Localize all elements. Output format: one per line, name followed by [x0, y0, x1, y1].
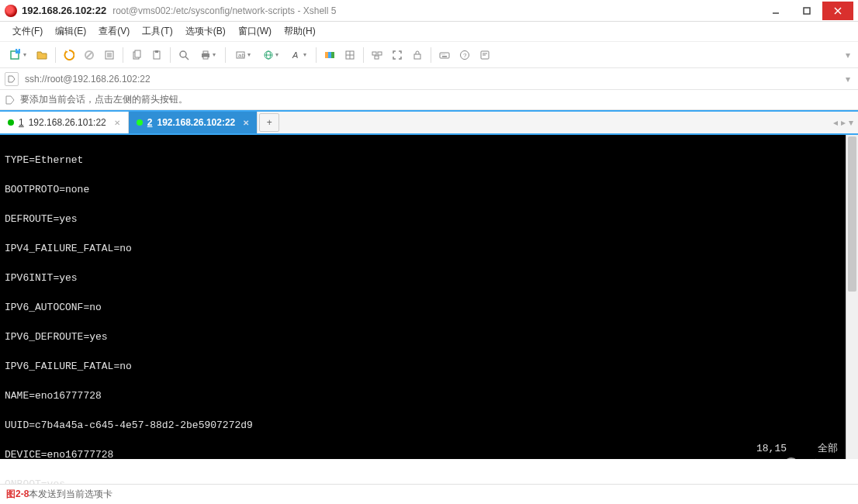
svg-rect-1	[804, 8, 810, 14]
terminal[interactable]: TYPE=Ethernet BOOTPROTO=none DEFROUTE=ye…	[0, 135, 846, 459]
cursor-position: 18,15	[756, 441, 787, 456]
new-session-button[interactable]: ▾	[5, 46, 31, 64]
toolbar-separator	[363, 47, 364, 63]
svg-point-18	[180, 51, 186, 57]
svg-point-40	[441, 54, 442, 54]
watermark-icon	[784, 457, 799, 473]
svg-rect-31	[331, 52, 334, 58]
close-button[interactable]	[822, 2, 853, 20]
svg-line-19	[185, 57, 189, 60]
terminal-line: IPV6_FAILURE_FATAL=no	[5, 359, 841, 374]
status-text: 本发送到当前选项卡	[29, 488, 112, 501]
svg-rect-21	[203, 51, 208, 54]
window-controls	[760, 2, 853, 20]
status-dot-icon	[137, 119, 143, 126]
chevron-down-icon: ▾	[23, 51, 26, 58]
tab-close-icon[interactable]: ✕	[243, 119, 249, 127]
lock-button[interactable]	[408, 46, 427, 64]
terminal-line: DEFROUTE=yes	[5, 212, 841, 226]
script-button[interactable]	[476, 46, 494, 64]
chevron-down-icon: ▾	[303, 51, 306, 58]
terminal-line: IPV6INIT=yes	[5, 271, 841, 285]
tab-list-button[interactable]: ▾	[849, 117, 853, 128]
go-button[interactable]	[5, 72, 19, 86]
tab-label: 192.168.26.102:22	[157, 117, 235, 128]
terminal-line: BOOTPROTO=none	[5, 182, 841, 197]
fullscreen-button[interactable]	[388, 46, 407, 64]
toolbar-separator	[225, 47, 226, 63]
toolbar-separator	[316, 47, 317, 63]
hint-bar: 要添加当前会话，点击左侧的箭头按钮。	[0, 90, 858, 110]
window-title: 192.168.26.102:22	[22, 5, 106, 16]
tab-prev-button[interactable]: ◂	[833, 117, 838, 128]
color-scheme-button[interactable]	[320, 46, 339, 64]
disconnect-button[interactable]	[80, 46, 99, 64]
svg-text:A: A	[292, 50, 298, 60]
minimize-button[interactable]	[760, 2, 791, 20]
terminal-line: DEVICE=eno16777728	[5, 447, 841, 462]
paste-button[interactable]	[147, 46, 166, 64]
new-tab-button[interactable]: +	[259, 113, 279, 132]
terminal-line: IPV4_FAILURE_FATAL=no	[5, 241, 841, 256]
language-button[interactable]: ▾	[258, 46, 284, 64]
svg-rect-38	[414, 54, 420, 59]
keyboard-button[interactable]	[435, 46, 454, 64]
menu-window[interactable]: 窗口(W)	[232, 22, 278, 40]
toolbar-separator	[55, 47, 56, 63]
terminal-line: IPV6_DEFROUTE=yes	[5, 330, 841, 344]
arrow-icon[interactable]	[5, 95, 16, 105]
menubar: 文件(F) 编辑(E) 查看(V) 工具(T) 选项卡(B) 窗口(W) 帮助(…	[0, 22, 858, 42]
terminal-line: UUID=c7b4a45a-c645-4e57-88d2-2be5907272d…	[5, 418, 841, 433]
menu-help[interactable]: 帮助(H)	[278, 22, 322, 40]
menu-edit[interactable]: 编辑(E)	[49, 22, 92, 40]
toolbar-separator	[431, 47, 431, 63]
svg-rect-37	[375, 56, 379, 59]
svg-text:ab: ab	[238, 52, 245, 59]
print-button[interactable]: ▾	[195, 46, 221, 64]
copy-button[interactable]	[127, 46, 146, 64]
toolbar-overflow[interactable]: ▾	[842, 50, 853, 60]
session-tab-1[interactable]: 1 192.168.26.101:22 ✕	[0, 112, 129, 133]
address-input[interactable]: ssh://root@192.168.26.102:22	[22, 72, 839, 86]
menu-tools[interactable]: 工具(T)	[136, 22, 178, 40]
hint-text: 要添加当前会话，点击左侧的箭头按钮。	[20, 93, 188, 106]
toolbar-separator	[123, 47, 123, 63]
help-button[interactable]: ?	[455, 46, 474, 64]
broadcast-button[interactable]	[368, 46, 386, 64]
svg-point-42	[445, 54, 445, 54]
properties-button[interactable]	[100, 46, 119, 64]
chevron-down-icon: ▾	[275, 51, 279, 58]
tab-next-button[interactable]: ▸	[841, 117, 846, 128]
open-button[interactable]	[33, 46, 51, 64]
scrollbar-thumb[interactable]	[848, 136, 856, 292]
toolbar: ▾ ▾ ab ▾ ▾ A ▾	[0, 42, 858, 68]
tab-close-icon[interactable]: ✕	[114, 119, 120, 127]
find-button[interactable]	[175, 46, 193, 64]
menu-tabs[interactable]: 选项卡(B)	[179, 22, 232, 40]
scrollbar[interactable]	[846, 135, 858, 459]
layout-button[interactable]	[341, 46, 359, 64]
reconnect-button[interactable]	[60, 46, 78, 64]
window-subtitle: root@vms002:/etc/sysconfig/network-scrip…	[112, 5, 336, 16]
terminal-area: TYPE=Ethernet BOOTPROTO=none DEFROUTE=ye…	[0, 135, 858, 459]
svg-rect-39	[440, 53, 449, 58]
svg-rect-22	[203, 57, 208, 59]
toolbar-separator	[170, 47, 171, 63]
maximize-button[interactable]	[791, 2, 822, 20]
chevron-down-icon: ▾	[247, 51, 251, 58]
figure-label: 图2-8	[6, 488, 29, 501]
encoding-button[interactable]: ab ▾	[230, 46, 256, 64]
svg-text:?: ?	[463, 52, 467, 59]
chevron-down-icon: ▾	[213, 51, 216, 58]
watermark: 创新互联	[784, 457, 846, 473]
terminal-line: TYPE=Ethernet	[5, 153, 841, 167]
addrbar-overflow[interactable]: ▾	[842, 74, 853, 85]
session-tab-2[interactable]: 2 192.168.26.102:22 ✕	[129, 112, 258, 133]
menu-file[interactable]: 文件(F)	[6, 22, 49, 40]
font-button[interactable]: A ▾	[285, 46, 312, 64]
tab-bar: 1 192.168.26.101:22 ✕ 2 192.168.26.102:2…	[0, 110, 858, 135]
tab-number: 1	[19, 117, 24, 128]
svg-rect-36	[378, 52, 382, 55]
menu-view[interactable]: 查看(V)	[92, 22, 136, 40]
tab-number: 2	[147, 117, 153, 128]
